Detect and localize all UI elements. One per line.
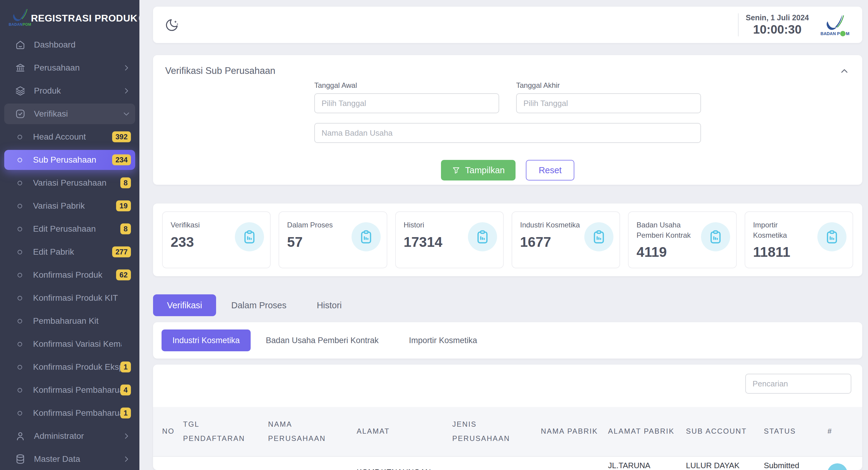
stat-card-verifikasi: Verifikasi 233 xyxy=(162,211,271,268)
sidebar-subitem-konfirmasi-produk-ekspor[interactable]: Konfirmasi Produk Eksp 1 xyxy=(0,356,140,378)
chevron-up-icon xyxy=(840,67,849,76)
chevron-right-icon xyxy=(122,432,130,440)
sidebar-item-label: Dashboard xyxy=(34,40,75,50)
stats-panel: Verifikasi 233 Dalam Proses 57 xyxy=(153,203,862,276)
bullet-icon xyxy=(18,227,22,231)
sidebar-item-label: Perusahaan xyxy=(34,63,80,73)
tanggal-awal-input[interactable] xyxy=(314,93,499,113)
chevron-right-icon xyxy=(122,455,130,463)
bullet-icon xyxy=(18,342,22,346)
count-badge: 8 xyxy=(120,224,131,234)
dark-mode-toggle[interactable] xyxy=(164,17,180,33)
chevron-down-icon xyxy=(122,110,130,118)
bullet-icon xyxy=(18,204,22,208)
sidebar-item-produk[interactable]: Produk xyxy=(0,79,140,102)
tab-dalam-proses[interactable]: Dalam Proses xyxy=(216,300,302,310)
bullet-icon xyxy=(18,319,22,324)
app-title: REGISTRASI PRODUK xyxy=(31,13,137,24)
subtab-importir-kosmetika[interactable]: Importir Kosmetika xyxy=(394,336,492,345)
sidebar-subitem-konfirmasi-variasi-kemas[interactable]: Konfirmasi Variasi Kemas xyxy=(0,333,140,356)
sidebar-subitem-pembaharuan-kit[interactable]: Pembaharuan Kit xyxy=(0,309,140,333)
sidebar-subitem-konfirmasi-produk[interactable]: Konfirmasi Produk 62 xyxy=(0,264,140,287)
column-header-no: NO xyxy=(153,407,179,457)
page-title: Verifikasi Sub Perusahaan xyxy=(165,65,850,76)
clipboard-chart-icon xyxy=(701,222,730,251)
sidebar-subitem-variasi-pabrik[interactable]: Variasi Pabrik 19 xyxy=(0,194,140,217)
cell-sub-account: LULUR DAYAK xyxy=(682,457,760,470)
bank-icon xyxy=(14,62,27,73)
sub-tabs: Industri Kosmetika Badan Usaha Pemberi K… xyxy=(153,322,862,359)
cell-nama-perusahaan xyxy=(264,457,352,470)
sidebar-subitem-edit-perusahaan[interactable]: Edit Perusahaan 8 xyxy=(0,217,140,240)
cell-alamat: KOMP.KENAUNGAN xyxy=(352,457,448,470)
subtab-industri-kosmetika[interactable]: Industri Kosmetika xyxy=(161,330,251,351)
data-table-panel: NO TGL PENDAFTARAN NAMA PERUSAHAAN ALAMA… xyxy=(153,365,862,470)
sidebar: BADANPOM REGISTRASI PRODUK Dashboard xyxy=(0,0,140,470)
cell-jenis-perusahaan xyxy=(448,457,536,470)
column-header-nama-perusahaan: NAMA PERUSAHAAN xyxy=(264,407,352,457)
sidebar-subitem-konfirmasi-produk-kit[interactable]: Konfirmasi Produk KIT xyxy=(0,287,140,309)
clipboard-chart-icon xyxy=(817,222,846,251)
tab-histori[interactable]: Histori xyxy=(302,300,357,310)
bullet-icon xyxy=(18,273,22,277)
clipboard-chart-icon xyxy=(351,222,381,251)
bullet-icon xyxy=(18,181,22,185)
tanggal-akhir-input[interactable] xyxy=(516,93,701,113)
sidebar-brand: BADANPOM REGISTRASI PRODUK xyxy=(0,3,140,33)
sidebar-item-label: Produk xyxy=(34,86,61,96)
filter-funnel-icon xyxy=(452,166,460,174)
sidebar-subitem-edit-pabrik[interactable]: Edit Pabrik 277 xyxy=(0,240,140,264)
check-square-icon xyxy=(14,108,27,119)
layers-icon xyxy=(14,86,27,96)
sidebar-item-master-data[interactable]: Master Data xyxy=(0,447,140,470)
bullet-icon xyxy=(18,411,22,415)
clipboard-chart-icon xyxy=(584,222,613,251)
count-badge: 62 xyxy=(116,270,131,280)
brand-word-pom: POM xyxy=(23,23,32,27)
reset-button[interactable]: Reset xyxy=(526,160,574,180)
column-header-actions: # xyxy=(823,407,862,457)
sidebar-item-perusahaan[interactable]: Perusahaan xyxy=(0,56,140,79)
nama-badan-usaha-input[interactable] xyxy=(314,123,701,143)
tab-verifikasi[interactable]: Verifikasi xyxy=(153,294,216,316)
row-detail-button[interactable] xyxy=(827,463,847,470)
clipboard-chart-icon xyxy=(235,222,264,251)
sidebar-subitem-head-account[interactable]: Head Account 392 xyxy=(0,125,140,148)
bullet-icon xyxy=(18,135,22,139)
sidebar-item-administrator[interactable]: Administrator xyxy=(0,425,140,447)
data-table: NO TGL PENDAFTARAN NAMA PERUSAHAAN ALAMA… xyxy=(153,407,862,470)
count-badge: 277 xyxy=(112,246,131,258)
column-header-alamat-pabrik: ALAMAT PABRIK xyxy=(604,407,682,457)
stat-card-industri-kosmetika: Industri Kosmetika 1677 xyxy=(512,211,620,268)
subtab-badan-usaha-pemberi-kontrak[interactable]: Badan Usaha Pemberi Kontrak xyxy=(251,336,394,345)
bullet-icon xyxy=(18,250,22,255)
cell-alamat-pabrik: JL.TARUNA xyxy=(604,457,682,470)
main-tabs: Verifikasi Dalam Proses Histori xyxy=(153,294,862,316)
home-icon xyxy=(14,39,27,50)
count-badge: 1 xyxy=(120,362,131,372)
clipboard-chart-icon xyxy=(468,222,497,251)
main-content: Senin, 1 Juli 2024 10:00:30 BADAN PM Ve xyxy=(140,0,868,470)
user-icon xyxy=(14,431,27,441)
count-badge: 1 xyxy=(120,408,131,418)
chevron-right-icon xyxy=(122,87,130,95)
column-header-status: STATUS xyxy=(760,407,823,457)
sidebar-subitem-konfirmasi-pembaharuan-2[interactable]: Konfirmasi Pembaharua 1 xyxy=(0,402,140,425)
sidebar-item-dashboard[interactable]: Dashboard xyxy=(0,33,140,56)
tampilkan-button[interactable]: Tampilkan xyxy=(441,160,516,180)
sidebar-item-verifikasi[interactable]: Verifikasi xyxy=(0,102,140,125)
chevron-right-icon xyxy=(122,64,130,72)
sidebar-subitem-variasi-perusahaan[interactable]: Variasi Perusahaan 8 xyxy=(0,171,140,194)
search-input[interactable] xyxy=(745,374,851,394)
cell-status: Submitted xyxy=(760,457,823,470)
sidebar-subitem-konfirmasi-pembaharuan-1[interactable]: Konfirmasi Pembaharua 4 xyxy=(0,378,140,402)
badan-pom-swoosh-icon xyxy=(824,13,845,32)
bullet-icon xyxy=(18,158,22,162)
current-date: Senin, 1 Juli 2024 xyxy=(746,13,809,22)
cell-nama-pabrik: Lulur Dayak xyxy=(536,457,604,470)
sidebar-nav: Dashboard Perusahaan xyxy=(0,33,140,470)
panel-collapse-button[interactable] xyxy=(840,67,849,77)
page: BADANPOM REGISTRASI PRODUK Dashboard xyxy=(0,0,868,470)
top-header-bar: Senin, 1 Juli 2024 10:00:30 BADAN PM xyxy=(153,7,862,43)
sidebar-subitem-sub-perusahaan[interactable]: Sub Perusahaan 234 xyxy=(0,148,140,171)
